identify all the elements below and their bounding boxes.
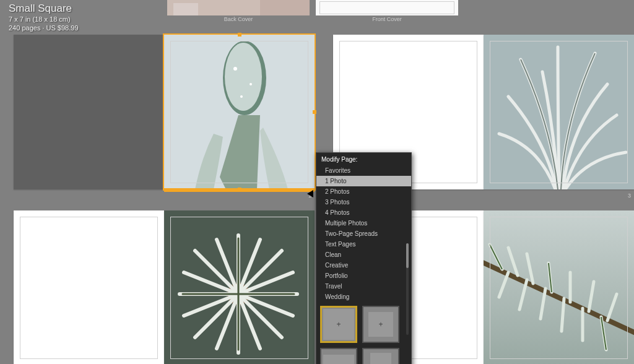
page-num-3: 3 bbox=[628, 193, 631, 199]
popup-item-travel[interactable]: Travel bbox=[316, 281, 411, 292]
inside-cover[interactable] bbox=[14, 35, 164, 189]
layout-thumb-2[interactable]: + bbox=[362, 306, 399, 343]
popup-list: Favorites 1 Photo 2 Photos 3 Photos 4 Ph… bbox=[316, 165, 411, 302]
page-4[interactable]: 4 bbox=[14, 210, 164, 364]
page-1[interactable]: 1 bbox=[164, 35, 315, 189]
book-pages-price: 240 pages · US $98.99 bbox=[9, 24, 79, 32]
popup-title: Modify Page: bbox=[316, 153, 411, 165]
popup-item-text-pages[interactable]: Text Pages bbox=[316, 239, 411, 249]
popup-item-2-photos[interactable]: 2 Photos bbox=[316, 186, 411, 197]
back-cover[interactable]: Back Cover bbox=[167, 0, 310, 15]
popup-item-portfolio[interactable]: Portfolio bbox=[316, 271, 411, 281]
book-title: Small Square bbox=[9, 2, 79, 15]
modify-page-popup: Modify Page: Favorites 1 Photo 2 Photos … bbox=[316, 152, 412, 364]
layout-thumb-3[interactable]: + bbox=[320, 348, 357, 364]
svg-rect-2 bbox=[260, 0, 310, 15]
popup-item-3-photos[interactable]: 3 Photos bbox=[316, 197, 411, 207]
popup-arrow bbox=[307, 190, 313, 197]
popup-item-clean[interactable]: Clean bbox=[316, 249, 411, 260]
page-3[interactable]: 3 bbox=[484, 35, 634, 189]
svg-rect-1 bbox=[173, 3, 198, 15]
layout-thumb-1[interactable]: + bbox=[320, 306, 357, 343]
popup-item-favorites[interactable]: Favorites bbox=[316, 165, 411, 176]
thumb-scrollbar[interactable] bbox=[406, 243, 409, 335]
popup-item-4-photos[interactable]: 4 Photos bbox=[316, 207, 411, 218]
popup-item-1-photo[interactable]: 1 Photo bbox=[316, 176, 411, 186]
popup-item-multiple-photos[interactable]: Multiple Photos bbox=[316, 218, 411, 228]
cover-row: Back Cover Front Cover bbox=[167, 0, 458, 15]
book-dimensions: 7 x 7 in (18 x 18 cm) bbox=[9, 15, 79, 24]
spread-0-1: 1 bbox=[14, 35, 315, 189]
spread-4-5: 4 bbox=[14, 210, 315, 364]
front-cover[interactable]: Front Cover bbox=[316, 0, 458, 15]
page-5[interactable]: 5 bbox=[164, 210, 315, 364]
popup-item-creative[interactable]: Creative bbox=[316, 260, 411, 271]
front-cover-label: Front Cover bbox=[372, 16, 402, 22]
layout-thumb-4[interactable]: + bbox=[362, 348, 399, 364]
popup-item-two-page-spreads[interactable]: Two-Page Spreads bbox=[316, 228, 411, 239]
book-info: Small Square 7 x 7 in (18 x 18 cm) 240 p… bbox=[9, 2, 79, 32]
layout-thumbnails: + + + + + + bbox=[316, 302, 411, 364]
back-cover-label: Back Cover bbox=[224, 16, 253, 22]
popup-item-wedding[interactable]: Wedding bbox=[316, 292, 411, 302]
page-7[interactable]: 7 bbox=[484, 210, 634, 364]
